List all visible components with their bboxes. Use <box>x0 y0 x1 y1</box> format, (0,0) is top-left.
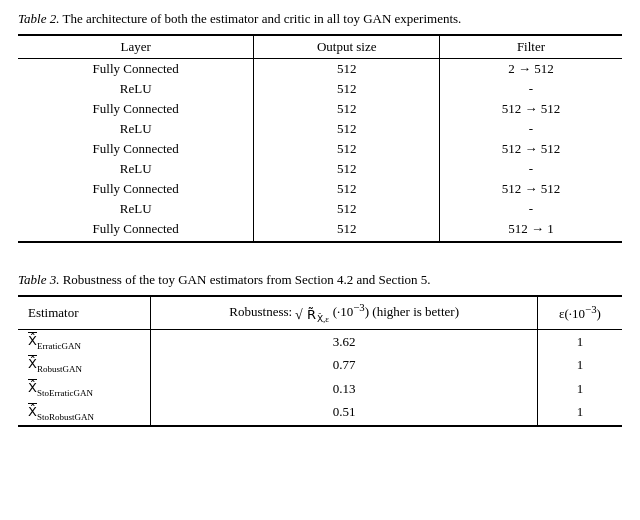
table2-caption-text: The architecture of both the estimator a… <box>59 11 461 26</box>
table-row: Fully Connected 512 2 → 512 <box>18 59 622 80</box>
table3-row2-estimator: X̂RobustGAN <box>18 353 151 377</box>
table-row: X̂StoRobustGAN 0.51 1 <box>18 401 622 427</box>
table2-label: Table 2. <box>18 11 59 26</box>
table2-row9-output: 512 <box>254 219 440 242</box>
table2-row1-output: 512 <box>254 59 440 80</box>
table2-row4-layer: ReLU <box>18 119 254 139</box>
table3-row3-robustness: 0.13 <box>151 377 538 401</box>
table2-row7-filter: 512 → 512 <box>439 179 622 199</box>
table2-row9-filter: 512 → 1 <box>439 219 622 242</box>
table3-header-epsilon: ε(·10−3) <box>537 296 622 329</box>
table-row: ReLU 512 - <box>18 199 622 219</box>
table2-row6-output: 512 <box>254 159 440 179</box>
table2-row1-filter: 2 → 512 <box>439 59 622 80</box>
table2-row5-output: 512 <box>254 139 440 159</box>
table2-row5-filter: 512 → 512 <box>439 139 622 159</box>
table2-caption: Table 2. The architecture of both the es… <box>18 10 622 28</box>
table2-row7-output: 512 <box>254 179 440 199</box>
table-row: Fully Connected 512 512 → 512 <box>18 179 622 199</box>
table3-row4-robustness: 0.51 <box>151 401 538 427</box>
table2-row5-layer: Fully Connected <box>18 139 254 159</box>
table2: Layer Output size Filter Fully Connected… <box>18 34 622 243</box>
table3-header-estimator: Estimator <box>18 296 151 329</box>
table3-label: Table 3. <box>18 272 59 287</box>
table-row: ReLU 512 - <box>18 119 622 139</box>
table2-row3-output: 512 <box>254 99 440 119</box>
table-row: ReLU 512 - <box>18 79 622 99</box>
table2-header-outputsize: Output size <box>254 35 440 59</box>
table2-row8-filter: - <box>439 199 622 219</box>
table2-row7-layer: Fully Connected <box>18 179 254 199</box>
table2-row3-filter: 512 → 512 <box>439 99 622 119</box>
table3-row2-epsilon: 1 <box>537 353 622 377</box>
table2-row9-layer: Fully Connected <box>18 219 254 242</box>
table-row: Fully Connected 512 512 → 512 <box>18 99 622 119</box>
svg-text:X̂,ε: X̂,ε <box>317 313 329 324</box>
table2-row8-layer: ReLU <box>18 199 254 219</box>
table3-row1-robustness: 3.62 <box>151 329 538 353</box>
table-row: Fully Connected 512 512 → 1 <box>18 219 622 242</box>
table2-row2-filter: - <box>439 79 622 99</box>
table2-row3-layer: Fully Connected <box>18 99 254 119</box>
table-row: Fully Connected 512 512 → 512 <box>18 139 622 159</box>
table3-caption-text: Robustness of the toy GAN estimators fro… <box>59 272 430 287</box>
table-row: X̂RobustGAN 0.77 1 <box>18 353 622 377</box>
table3-row4-estimator: X̂StoRobustGAN <box>18 401 151 427</box>
table3-row1-epsilon: 1 <box>537 329 622 353</box>
table2-row8-output: 512 <box>254 199 440 219</box>
table2-row6-filter: - <box>439 159 622 179</box>
table2-row2-output: 512 <box>254 79 440 99</box>
table-row: X̂ErraticGAN 3.62 1 <box>18 329 622 353</box>
table2-row4-filter: - <box>439 119 622 139</box>
table2-header-layer: Layer <box>18 35 254 59</box>
table3-row3-epsilon: 1 <box>537 377 622 401</box>
table3: Estimator Robustness: √ R̃ X̂,ε (·10−3) … <box>18 295 622 427</box>
table2-row4-output: 512 <box>254 119 440 139</box>
table-row: ReLU 512 - <box>18 159 622 179</box>
table2-header-filter: Filter <box>439 35 622 59</box>
table3-row1-estimator: X̂ErraticGAN <box>18 329 151 353</box>
table3-row2-robustness: 0.77 <box>151 353 538 377</box>
sqrt-formula-icon: √ R̃ X̂,ε <box>295 303 329 325</box>
table3-header-robustness: Robustness: √ R̃ X̂,ε (·10−3) (higher is… <box>151 296 538 329</box>
table2-row2-layer: ReLU <box>18 79 254 99</box>
table2-row1-layer: Fully Connected <box>18 59 254 80</box>
svg-text:R̃: R̃ <box>307 307 316 322</box>
table3-row3-estimator: X̂StoErraticGAN <box>18 377 151 401</box>
table2-section: Table 2. The architecture of both the es… <box>18 10 622 243</box>
table3-caption: Table 3. Robustness of the toy GAN estim… <box>18 271 622 289</box>
table-row: X̂StoErraticGAN 0.13 1 <box>18 377 622 401</box>
svg-text:√: √ <box>295 307 303 322</box>
table2-row6-layer: ReLU <box>18 159 254 179</box>
table3-section: Table 3. Robustness of the toy GAN estim… <box>18 271 622 427</box>
table3-row4-epsilon: 1 <box>537 401 622 427</box>
